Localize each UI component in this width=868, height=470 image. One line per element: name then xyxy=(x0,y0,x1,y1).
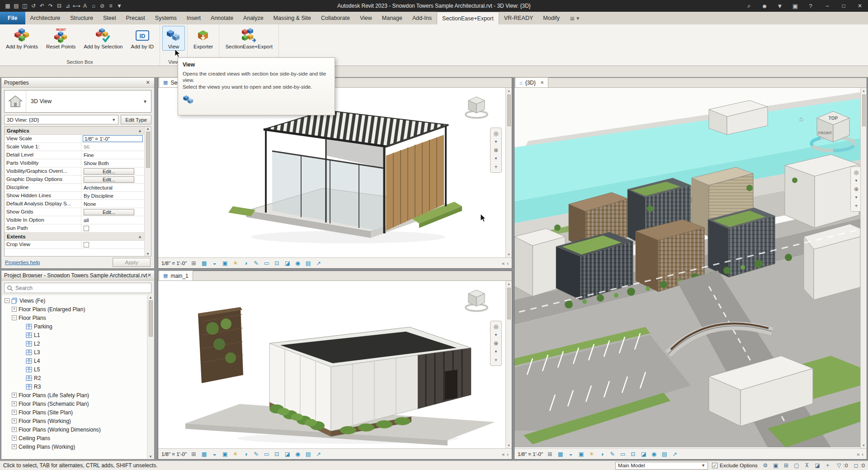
property-group-graphics[interactable]: Graphics▲ xyxy=(5,127,144,135)
tree-item-floor-plans-enlarged-plan[interactable]: +Floor Plans (Enlarged Plan) xyxy=(3,305,147,313)
displace-icon[interactable]: ↗ xyxy=(315,451,322,458)
undo-icon[interactable]: ↶ xyxy=(38,2,46,10)
scroll-left-icon[interactable]: « xyxy=(502,261,505,266)
maximize-button[interactable]: □ xyxy=(835,0,852,12)
crop-size-icon[interactable]: ⊞ xyxy=(190,260,197,267)
render-icon[interactable]: ◒ xyxy=(211,260,218,267)
save-icon[interactable]: ◫ xyxy=(21,2,29,10)
steering-wheel-icon[interactable]: ◎ xyxy=(494,130,498,137)
tree-item-l5[interactable]: L5 xyxy=(3,365,147,374)
sun-path-icon[interactable]: ☀ xyxy=(232,451,239,458)
property-group-extents[interactable]: Extents▲ xyxy=(5,233,144,241)
steering-wheel-icon[interactable]: ◎ xyxy=(854,169,859,176)
browser-scrollbar[interactable]: ▲▼ xyxy=(147,295,154,459)
scroll-right-icon[interactable]: ‹ xyxy=(862,451,863,457)
tree-item-l2[interactable]: L2 xyxy=(3,339,147,348)
zoom-icon[interactable]: ⊕ xyxy=(494,340,498,347)
scroll-left-icon[interactable]: « xyxy=(857,451,859,457)
view-cube[interactable]: TOP FRONT xyxy=(807,106,859,158)
selection-count-counter[interactable]: ◻:0 xyxy=(852,461,865,470)
properties-scrollbar[interactable]: ▲▼ xyxy=(144,127,151,256)
crop-view-icon[interactable]: ▭ xyxy=(263,451,270,458)
profile-icon[interactable]: ☻ xyxy=(760,2,769,10)
close-button[interactable]: ✕ xyxy=(852,0,868,12)
displace-icon[interactable]: ↗ xyxy=(671,451,678,458)
chevron-down-icon[interactable]: ▼ xyxy=(854,195,858,199)
tree-item-floor-plans[interactable]: −Floor Plans xyxy=(3,313,147,322)
tree-item-floor-plans-site-plan[interactable]: +Floor Plans (Site Plan) xyxy=(3,408,147,417)
ribbon-tab-manage[interactable]: Manage xyxy=(377,12,407,24)
view-selector-combo[interactable]: 3D View: {3D} ▼ xyxy=(4,115,118,124)
vertical-scrollbar[interactable]: ▲▼ xyxy=(505,88,512,257)
crop-view-icon[interactable]: ▭ xyxy=(263,260,270,267)
section-icon[interactable]: ⊘ xyxy=(98,2,106,10)
chevron-down-icon[interactable]: ▼ xyxy=(494,140,498,144)
ribbon-tab-insert[interactable]: Insert xyxy=(182,12,206,24)
crop-region-icon[interactable]: ⊡ xyxy=(274,260,280,267)
navigation-bar[interactable]: ◎ ▼ ⊕ ▼ + xyxy=(490,321,502,366)
viewport-canvas-3d[interactable]: ⌂ TOP FRONT ◎ ▼ ⊕ ▼ + ▲▼ xyxy=(514,88,867,448)
ribbon-tab-analyze[interactable]: Analyze xyxy=(238,12,268,24)
zoom-icon[interactable]: ⊕ xyxy=(854,186,859,192)
view-tab-3d[interactable]: ⌂ {3D} ✕ xyxy=(515,77,548,87)
edit-button[interactable]: Edit... xyxy=(84,168,134,175)
checkbox[interactable] xyxy=(84,226,89,231)
viewport-canvas-main1[interactable]: ◎ ▼ ⊕ ▼ + ▲▼ xyxy=(158,281,512,448)
view-tab-main1[interactable]: ▦ main_1 xyxy=(159,271,193,280)
shadows-icon[interactable]: ◑ xyxy=(599,451,605,458)
properties-help-link[interactable]: Properties help xyxy=(5,260,40,265)
render-icon[interactable]: ◒ xyxy=(211,451,218,458)
crop-size-icon[interactable]: ⊞ xyxy=(190,451,197,458)
view-cube[interactable] xyxy=(462,93,491,122)
ribbon-tab-structure[interactable]: Structure xyxy=(65,12,98,24)
app-menu-icon[interactable]: ▦ xyxy=(4,2,12,10)
reveal-icon[interactable]: ◉ xyxy=(294,451,301,458)
sync-icon[interactable]: ↺ xyxy=(29,2,38,10)
show-model-icon[interactable]: ▦ xyxy=(557,451,564,458)
edit-button[interactable]: Edit... xyxy=(84,209,134,215)
crop-view-icon[interactable]: ▭ xyxy=(619,451,626,458)
open-file-icon[interactable]: ▤ xyxy=(12,2,20,10)
scroll-right-icon[interactable]: ‹ xyxy=(507,261,509,266)
tree-item-r2[interactable]: R2 xyxy=(3,374,147,382)
ribbon-tab-view[interactable]: View xyxy=(355,12,377,24)
home-icon[interactable]: ⌂ xyxy=(799,115,803,123)
scroll-right-icon[interactable]: ‹ xyxy=(507,451,509,457)
ribbon-button-view[interactable]: View xyxy=(162,26,185,51)
expand-icon[interactable]: + xyxy=(12,307,17,312)
chevron-down-icon[interactable]: ▼ xyxy=(854,179,858,183)
ribbon-tab-collaborate[interactable]: Collaborate xyxy=(316,12,355,24)
view-scale-control[interactable]: 1/8" = 1'-0" xyxy=(161,451,187,457)
tree-item-parking[interactable]: Parking xyxy=(3,322,147,331)
temp-view-icon[interactable]: ▤ xyxy=(305,260,311,267)
expand-icon[interactable]: + xyxy=(12,444,17,449)
tree-item-ceiling-plans[interactable]: +Ceiling Plans xyxy=(3,434,147,442)
customize-qat-icon[interactable]: ▼ xyxy=(115,2,123,10)
tree-item-l3[interactable]: L3 xyxy=(3,348,147,356)
worksets-icon[interactable]: ⚙ xyxy=(762,461,769,470)
displace-icon[interactable]: ↗ xyxy=(315,260,322,267)
reveal-icon[interactable]: ◉ xyxy=(651,451,657,458)
ribbon-tab-architecture[interactable]: Architecture xyxy=(25,12,66,24)
ribbon-tab-file[interactable]: File xyxy=(0,12,25,24)
tree-item-floor-plans-working-dimensions[interactable]: +Floor Plans (Working Dimensions) xyxy=(3,425,147,434)
chevron-down-icon[interactable]: ▼ xyxy=(494,157,498,161)
design-option-select[interactable]: Main Model ▼ xyxy=(615,462,708,470)
sketchy-icon[interactable]: ✎ xyxy=(609,451,616,458)
close-view-icon[interactable]: ✕ xyxy=(540,80,544,85)
close-icon[interactable]: ✕ xyxy=(147,272,151,278)
sun-path-icon[interactable]: ☀ xyxy=(232,260,239,267)
expand-icon[interactable]: + xyxy=(12,427,17,432)
ribbon-tab-vr-ready[interactable]: VR-READY xyxy=(499,12,538,24)
expand-icon[interactable]: + xyxy=(12,401,17,406)
expand-icon[interactable]: + xyxy=(12,410,17,415)
expand-icon[interactable]: + xyxy=(12,393,17,398)
select-links-icon[interactable]: ⊞ xyxy=(783,461,790,470)
measure-icon[interactable]: ⊿ xyxy=(64,2,72,10)
chevron-down-icon[interactable]: ▼ xyxy=(494,333,498,337)
temp-hide-icon[interactable]: ◪ xyxy=(284,451,291,458)
scroll-left-icon[interactable]: « xyxy=(502,451,505,457)
shaded-view-icon[interactable]: ▣ xyxy=(222,260,228,267)
crop-region-icon[interactable]: ⊡ xyxy=(630,451,637,458)
reveal-icon[interactable]: ◉ xyxy=(294,260,301,267)
